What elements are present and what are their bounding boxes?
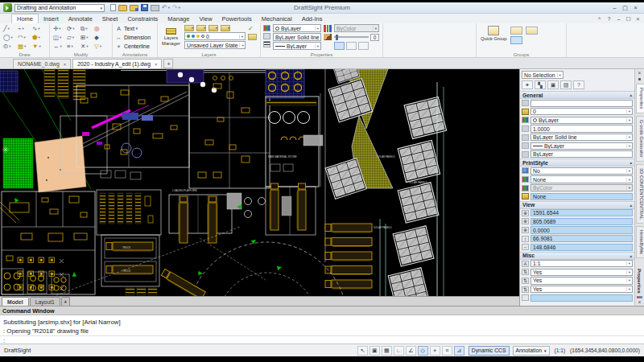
active-layer-dropdown[interactable]: 0 ▾: [184, 32, 246, 40]
close-icon[interactable]: ×: [155, 62, 158, 67]
layer-dropdown[interactable]: 0▾: [530, 108, 633, 115]
linecolor-dropdown[interactable]: ByLayer▾: [530, 117, 633, 124]
open-file-button[interactable]: [118, 3, 127, 12]
add-sheet-button[interactable]: +: [61, 297, 70, 306]
spline-tool-button[interactable]: ∿▾: [31, 24, 46, 33]
tab-sheet[interactable]: Sheet: [97, 14, 123, 23]
layer-lock-icon[interactable]: ▾: [208, 25, 218, 31]
close-button[interactable]: ×: [630, 3, 641, 12]
layer-tool-icon[interactable]: ▾: [184, 25, 194, 31]
workspace-dropdown[interactable]: Drafting and Annotation ▾: [14, 4, 105, 12]
group-toggle-button[interactable]: [510, 36, 522, 44]
minimize-button[interactable]: –: [609, 3, 620, 12]
dynamic-ccs-button[interactable]: Dynamic CCS: [469, 346, 510, 356]
slider-track[interactable]: [334, 36, 369, 38]
printstyle-mode-dropdown[interactable]: ByColor▾: [530, 184, 633, 191]
layer-previous-button[interactable]: [248, 34, 257, 40]
etrack-icon[interactable]: ⌖: [430, 346, 440, 356]
ucs-per-view-dropdown[interactable]: Yes▾: [530, 277, 633, 284]
snap-target-button[interactable]: ◎: [93, 24, 107, 33]
circle-tool-button[interactable]: ◯▾: [2, 33, 17, 42]
show-transparency-toggle[interactable]: [334, 42, 345, 50]
lineweight-dropdown[interactable]: ByLayer▾: [530, 142, 633, 150]
tab-view[interactable]: View: [194, 14, 217, 23]
pin-icon[interactable]: [638, 78, 641, 81]
linescale-field[interactable]: 1.0000: [530, 125, 633, 132]
dimension-tool-button[interactable]: ↔ Dimension: [115, 33, 155, 42]
doc-minimize-button[interactable]: –: [614, 14, 623, 23]
section-misc[interactable]: Misc ▴: [520, 252, 634, 260]
match-properties-icon[interactable]: [324, 34, 332, 40]
quick-group-button[interactable]: Quick Group: [481, 26, 507, 44]
color-bars-icon[interactable]: [324, 25, 332, 32]
new-file-button[interactable]: [110, 3, 116, 12]
polyline-tool-button[interactable]: ⌁▾: [17, 24, 31, 33]
fillet-tool-button[interactable]: ▽▾: [93, 42, 107, 51]
tab-mechanical[interactable]: Mechanical: [257, 14, 297, 23]
redo-button[interactable]: ↷▾: [172, 3, 180, 12]
quick-select-button[interactable]: ▚: [535, 80, 546, 89]
doc-tab-noname[interactable]: NONAME_0.dwg ×: [13, 59, 71, 68]
move-tool-button[interactable]: ✛▾: [52, 24, 66, 33]
close-icon[interactable]: ×: [64, 62, 67, 67]
undo-button[interactable]: ↶▾: [162, 3, 170, 12]
pointer-select-icon[interactable]: ↖: [357, 346, 368, 356]
layer-state-dropdown[interactable]: Unsaved Layer State ▾: [184, 41, 246, 49]
tab-model[interactable]: Model: [2, 297, 29, 306]
tab-manage[interactable]: Manage: [163, 14, 194, 23]
edit-group-button[interactable]: [526, 27, 538, 35]
palette-close-button[interactable]: ×: [638, 299, 642, 306]
printstyle-table-dropdown[interactable]: None▾: [530, 175, 633, 183]
point-tool-button[interactable]: ⊙▾: [2, 42, 17, 51]
section-view[interactable]: View ▴: [520, 201, 634, 209]
line-tool-button[interactable]: ╱▾: [2, 24, 17, 33]
save-button[interactable]: [141, 3, 148, 12]
slider-thumb[interactable]: [336, 35, 338, 40]
tab-powertools[interactable]: Powertools: [217, 14, 257, 23]
section-general[interactable]: General ▴: [520, 91, 634, 99]
ucs-dropdown[interactable]: Yes▾: [530, 269, 633, 276]
trim-tool-button[interactable]: ≡▾: [66, 42, 80, 51]
help-button[interactable]: ?: [573, 80, 584, 89]
lineweight-display-icon[interactable]: ≡: [442, 346, 452, 356]
arc-tool-button[interactable]: ◠▾: [17, 33, 31, 42]
drawing-canvas[interactable]: RAW MATERIAL STORE SOLAR PANELS SOLAR PA…: [0, 69, 519, 296]
ccs-display-icon[interactable]: ⊿: [454, 346, 464, 356]
select-window-button[interactable]: ▣: [547, 80, 559, 89]
hatch-tool-button[interactable]: ▦▾: [17, 42, 31, 51]
tab-constraints[interactable]: Constraints: [122, 14, 163, 23]
polygon-tool-button[interactable]: ⬟▾: [31, 33, 46, 42]
mirror-tool-button[interactable]: ◫▾: [52, 33, 66, 42]
plot-style-toggle[interactable]: [358, 42, 369, 50]
select-filter-button[interactable]: ▨: [560, 80, 572, 89]
help-button[interactable]: ?: [605, 14, 613, 23]
array-tool-button[interactable]: ⊞▾: [80, 33, 93, 42]
side-tab-3dcontent[interactable]: 3D CONTENTCENTRAL: [636, 164, 644, 224]
printstyle-field[interactable]: ByLayer: [530, 150, 633, 158]
import-button[interactable]: [130, 3, 138, 12]
palette-close-button[interactable]: ×: [638, 70, 642, 76]
tab-insert[interactable]: Insert: [39, 14, 64, 23]
transparency-slider[interactable]: 0: [334, 33, 379, 41]
stretch-tool-button[interactable]: ↔▾: [52, 42, 66, 51]
doc-close-button[interactable]: ×: [634, 14, 642, 23]
lineweight-dropdown[interactable]: ByLayer ▾: [273, 42, 321, 50]
layer-isolate-icon[interactable]: ▾: [221, 25, 230, 31]
tab-home[interactable]: Home: [11, 14, 39, 23]
gradient-tool-button[interactable]: ▼▾: [31, 42, 46, 51]
text-tool-button[interactable]: A Text ▾: [115, 24, 155, 33]
selection-dropdown[interactable]: No Selection ▾: [522, 71, 564, 79]
new-doc-tab-button[interactable]: +: [163, 59, 173, 68]
explode-tool-button[interactable]: ✕▾: [80, 42, 93, 51]
polar-icon[interactable]: ∠: [406, 346, 416, 356]
linestyle-dropdown[interactable]: ByLayerSolid line▾: [530, 134, 633, 141]
visual-style-dropdown[interactable]: Yes▾: [530, 286, 633, 293]
tab-layout1[interactable]: Layout1: [30, 297, 60, 306]
scale-tool-button[interactable]: ◆: [93, 33, 107, 42]
layers-manager-button[interactable]: Layers Manager: [160, 24, 182, 50]
side-tab-gcode[interactable]: G-code Generator: [636, 116, 644, 162]
transparency-dropdown[interactable]: ByColor ▾: [334, 24, 379, 32]
offset-tool-button[interactable]: ▱▾: [66, 33, 80, 42]
linecolor-dropdown[interactable]: ByLayer ▾: [273, 24, 321, 32]
centerline-tool-button[interactable]: ⌖ Centerline: [115, 42, 155, 51]
